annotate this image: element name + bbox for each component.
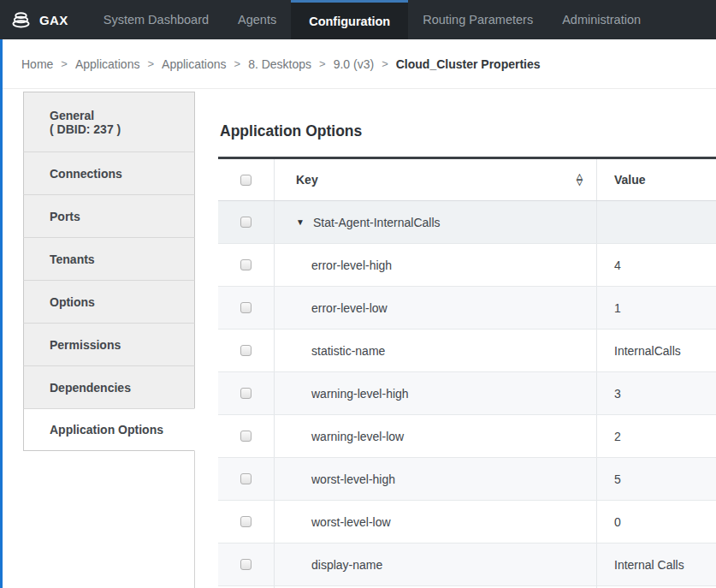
row-checkbox-cell: [218, 543, 275, 585]
nav-item-routing-parameters[interactable]: Routing Parameters: [408, 0, 547, 39]
breadcrumb-item-8-desktops[interactable]: 8. Desktops: [248, 57, 311, 71]
collapse-triangle-icon[interactable]: ▼: [296, 217, 305, 227]
option-key-label: worst-level-low: [311, 515, 391, 529]
row-checkbox-cell: [218, 415, 275, 457]
sidebar-item-label: Dependencies: [50, 381, 194, 395]
sidebar-item-label: Options: [50, 295, 194, 309]
breadcrumb-separator: >: [382, 57, 388, 70]
option-value-label: 2: [614, 430, 621, 443]
option-value-label: 3: [614, 387, 621, 401]
option-key-label: warning-level-high: [311, 387, 409, 401]
option-value-label: 5: [614, 472, 621, 486]
option-key-label: error-level-low: [311, 301, 388, 315]
sort-down-icon: ▽: [577, 180, 583, 186]
option-value-label: 4: [614, 258, 621, 272]
key-cell: ▼Stat-Agent-InternalCalls: [275, 201, 597, 243]
row-checkbox[interactable]: [240, 559, 251, 570]
breadcrumb-item-9-0-v3[interactable]: 9.0 (v3): [334, 57, 374, 71]
main-panel: Application Options Key △ ▽ Value ▼Stat-…: [218, 89, 716, 588]
option-key-label: display-name: [311, 558, 382, 572]
sidebar-item-label: Ports: [50, 210, 194, 223]
breadcrumb-item-applications[interactable]: Applications: [162, 57, 227, 71]
row-checkbox[interactable]: [240, 388, 251, 399]
row-checkbox[interactable]: [240, 302, 251, 313]
row-checkbox[interactable]: [240, 259, 251, 270]
sidebar-item-ports[interactable]: Ports: [23, 194, 195, 237]
nav-item-configuration[interactable]: Configuration: [291, 0, 408, 39]
key-cell: warning-level-low: [275, 415, 597, 457]
header-key-cell[interactable]: Key △ ▽: [275, 159, 597, 200]
value-cell: 1: [597, 287, 716, 329]
value-column-label: Value: [614, 173, 646, 187]
key-cell: worst-level-low: [275, 501, 597, 543]
row-checkbox[interactable]: [240, 431, 251, 442]
breadcrumb-separator: >: [147, 57, 154, 70]
sidebar-item-options[interactable]: Options: [23, 280, 195, 323]
value-cell: [597, 201, 716, 243]
row-checkbox-cell: [218, 244, 275, 286]
nav-item-agents[interactable]: Agents: [223, 0, 291, 39]
sidebar-item-label: General: [50, 109, 194, 122]
option-value-label: 1: [614, 301, 621, 315]
sidebar-item-application-options[interactable]: Application Options: [23, 408, 195, 451]
sidebar-item-connections[interactable]: Connections: [23, 151, 195, 194]
sidebar-item-label: Permissions: [50, 338, 194, 352]
value-cell: InternalCalls: [597, 330, 716, 371]
page-title: Application Options: [220, 122, 716, 140]
row-checkbox[interactable]: [240, 473, 251, 484]
option-value-label: Internal Calls: [614, 558, 684, 572]
option-row[interactable]: worst-level-low0: [218, 501, 716, 543]
sidebar-item-permissions[interactable]: Permissions: [23, 323, 195, 365]
select-all-checkbox[interactable]: [240, 175, 251, 186]
header-value-cell: Value: [597, 159, 716, 200]
breadcrumb-item-cloud-cluster-properties: Cloud_Cluster Properties: [396, 57, 541, 71]
sidebar-item-dependencies[interactable]: Dependencies: [23, 365, 195, 408]
row-checkbox[interactable]: [240, 217, 251, 228]
nav-item-system-dashboard[interactable]: System Dashboard: [89, 0, 223, 39]
header-checkbox-cell: [218, 159, 275, 200]
option-key-label: statistic-name: [311, 344, 385, 358]
breadcrumb-item-home[interactable]: Home: [21, 57, 53, 71]
gax-brand[interactable]: GAX: [0, 0, 82, 39]
sidebar-lower-panel: [23, 451, 195, 588]
option-row[interactable]: warning-level-low2: [218, 415, 716, 458]
option-row[interactable]: error-level-low1: [218, 287, 716, 330]
breadcrumb-separator: >: [234, 57, 241, 70]
sidebar-item-general[interactable]: General( DBID: 237 ): [23, 92, 195, 151]
key-cell: error-level-low: [275, 287, 597, 329]
row-checkbox-cell: [218, 201, 275, 243]
key-cell: display-name: [275, 543, 597, 585]
content-area: General( DBID: 237 )ConnectionsPortsTena…: [0, 89, 716, 588]
option-row[interactable]: error-level-high4: [218, 244, 716, 287]
option-row[interactable]: worst-level-high5: [218, 458, 716, 501]
key-cell: warning-level-high: [275, 372, 597, 414]
option-value-label: InternalCalls: [614, 344, 681, 358]
value-cell: 3: [597, 372, 716, 414]
option-row[interactable]: display-nameInternal Calls: [218, 543, 716, 586]
row-checkbox-cell: [218, 372, 275, 414]
option-key-label: warning-level-low: [311, 430, 404, 443]
option-row[interactable]: statistic-nameInternalCalls: [218, 330, 716, 372]
breadcrumb-item-applications[interactable]: Applications: [75, 57, 140, 71]
breadcrumb-separator: >: [61, 57, 68, 70]
table-header-row: Key △ ▽ Value: [218, 159, 716, 201]
sidebar-nav: General( DBID: 237 )ConnectionsPortsTena…: [23, 92, 195, 451]
key-cell: error-level-high: [275, 244, 597, 286]
sidebar-item-tenants[interactable]: Tenants: [23, 237, 195, 280]
row-checkbox[interactable]: [240, 345, 251, 356]
option-group-row[interactable]: ▼Stat-Agent-InternalCalls: [218, 201, 716, 244]
value-cell: 5: [597, 458, 716, 500]
sidebar-item-label: Connections: [50, 167, 194, 181]
options-table-body: ▼Stat-Agent-InternalCallserror-level-hig…: [218, 201, 716, 588]
breadcrumb-separator: >: [319, 57, 326, 70]
row-checkbox[interactable]: [240, 516, 251, 527]
row-checkbox-cell: [218, 330, 275, 371]
option-row[interactable]: warning-level-high3: [218, 372, 716, 415]
nav-item-administration[interactable]: Administration: [547, 0, 655, 39]
key-cell: worst-level-high: [275, 458, 597, 500]
value-cell: 4: [597, 244, 716, 286]
value-cell: 2: [597, 415, 716, 457]
sort-icon[interactable]: △ ▽: [577, 174, 583, 186]
top-navbar: GAX System DashboardAgentsConfigurationR…: [0, 0, 716, 39]
sidebar-item-label: Application Options: [50, 423, 194, 437]
